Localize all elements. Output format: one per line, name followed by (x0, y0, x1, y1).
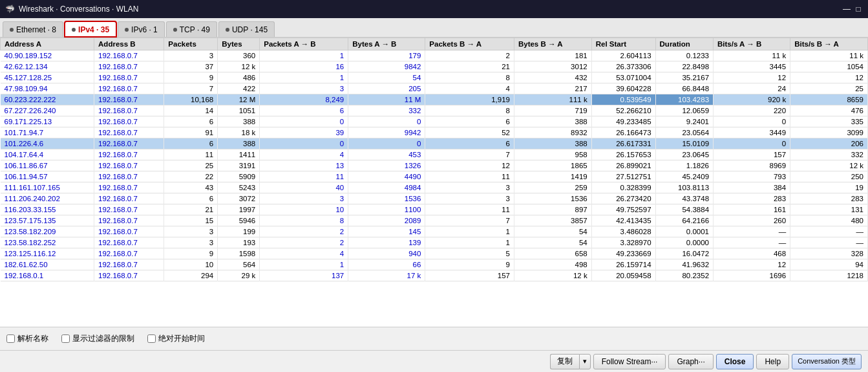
cell-5: 9842 (348, 61, 425, 72)
tab-ethernet[interactable]: Ethernet · 8 (3, 21, 63, 37)
maximize-button[interactable]: □ (854, 5, 863, 14)
col-header-address-b: Address B (94, 38, 164, 50)
table-row[interactable]: 67.227.226.240192.168.0.7141051633287195… (1, 105, 868, 116)
table-row[interactable]: 123.57.175.135192.168.0.7155946820897385… (1, 215, 868, 226)
cell-0: 106.11.94.57 (1, 171, 94, 182)
table-row[interactable]: 123.58.182.209192.168.0.7319921451543.48… (1, 226, 868, 237)
cell-5: 66 (348, 259, 425, 270)
cell-7: 8932 (514, 127, 591, 138)
checkbox-label-2[interactable]: 绝对开始时间 (147, 333, 205, 344)
cell-8: 3.328970 (591, 237, 655, 248)
cell-5: 0 (348, 116, 425, 127)
cell-0: 111.161.107.165 (1, 182, 94, 193)
copy-button[interactable]: 复制 (550, 354, 579, 369)
cell-8: 52.266210 (591, 105, 655, 116)
table-row[interactable]: 40.90.189.152192.168.0.73360117921812.60… (1, 50, 868, 61)
cell-9: 66.8448 (655, 83, 713, 94)
close-button[interactable]: Close (716, 354, 754, 369)
cell-5: 4984 (348, 182, 425, 193)
cell-9: 64.2166 (655, 215, 713, 226)
cell-11: 206 (790, 138, 868, 149)
cell-4: 16 (260, 61, 348, 72)
table-body: 40.90.189.152192.168.0.73360117921812.60… (1, 50, 868, 281)
conversation-type-button[interactable]: Conversation 类型 (792, 354, 862, 369)
cell-9: 54.3884 (655, 204, 713, 215)
cell-0: 192.168.0.1 (1, 270, 94, 281)
help-button[interactable]: Help (756, 354, 789, 369)
cell-6: 3 (425, 193, 514, 204)
cell-0: 116.203.33.155 (1, 204, 94, 215)
table-row[interactable]: 111.161.107.165192.168.0.743524340498432… (1, 182, 868, 193)
checkbox-label-1[interactable]: 显示过滤器的限制 (61, 333, 134, 344)
table-row[interactable]: 192.168.0.1192.168.0.729429 k13717 k1571… (1, 270, 868, 281)
cell-5: 139 (348, 237, 425, 248)
table-row[interactable]: 101.71.94.7192.168.0.79118 k399942528932… (1, 127, 868, 138)
cell-3: 1997 (218, 204, 260, 215)
checkbox-2[interactable] (147, 334, 156, 343)
table-row[interactable]: 123.58.182.252192.168.0.7319321391543.32… (1, 237, 868, 248)
cell-9: 9.2401 (655, 116, 713, 127)
cell-9: 80.2352 (655, 270, 713, 281)
cell-1: 192.168.0.7 (94, 116, 164, 127)
table-row[interactable]: 182.61.62.50192.168.0.710564166949826.15… (1, 259, 868, 270)
cell-4: 8,249 (260, 94, 348, 105)
graph-button[interactable]: Graph··· (668, 354, 713, 369)
tab-tcp[interactable]: TCP · 49 (166, 21, 217, 37)
cell-6: 21 (425, 61, 514, 72)
follow-stream-button[interactable]: Follow Stream··· (593, 354, 666, 369)
cell-1: 192.168.0.7 (94, 61, 164, 72)
table-row[interactable]: 104.17.64.4192.168.0.71114114453795826.1… (1, 149, 868, 160)
table-row[interactable]: 106.11.86.67192.168.0.725319113132612186… (1, 160, 868, 171)
col-header-packets: Packets (164, 38, 218, 50)
table-row[interactable]: 116.203.33.155192.168.0.7211997101100118… (1, 204, 868, 215)
cell-6: 11 (425, 204, 514, 215)
cell-8: 26.273420 (591, 193, 655, 204)
table-row[interactable]: 42.62.12.134192.168.0.73712 k16984221301… (1, 61, 868, 72)
cell-6: 6 (425, 138, 514, 149)
table-row[interactable]: 111.206.240.202192.168.0.763072315363153… (1, 193, 868, 204)
tab-ipv6[interactable]: IPv6 · 1 (118, 21, 165, 37)
cell-1: 192.168.0.7 (94, 127, 164, 138)
cell-4: 8 (260, 215, 348, 226)
cell-6: 52 (425, 127, 514, 138)
cell-2: 37 (164, 61, 218, 72)
table-row[interactable]: 45.127.128.25192.168.0.79486154843253.07… (1, 72, 868, 83)
cell-4: 1 (260, 72, 348, 83)
cell-1: 192.168.0.7 (94, 215, 164, 226)
table-row[interactable]: 123.125.116.12192.168.0.7915984940565849… (1, 248, 868, 259)
cell-7: 388 (514, 116, 591, 127)
cell-11: 1054 (790, 61, 868, 72)
cell-9: 0.0000 (655, 237, 713, 248)
minimize-button[interactable]: — (842, 5, 851, 14)
cell-4: 39 (260, 127, 348, 138)
cell-6: 157 (425, 270, 514, 281)
cell-3: 564 (218, 259, 260, 270)
checkbox-label-0[interactable]: 解析名称 (6, 333, 48, 344)
table-row[interactable]: 69.171.225.13192.168.0.7638800638849.233… (1, 116, 868, 127)
tab-ipv4[interactable]: IPv4 · 35 (65, 21, 116, 37)
copy-dropdown-arrow[interactable]: ▾ (579, 354, 591, 369)
table-row[interactable]: 106.11.94.57192.168.0.722590911449011141… (1, 171, 868, 182)
cell-2: 3 (164, 226, 218, 237)
cell-3: 1598 (218, 248, 260, 259)
cell-11: — (790, 237, 868, 248)
cell-11: 19 (790, 182, 868, 193)
cell-0: 47.98.109.94 (1, 83, 94, 94)
cell-4: 3 (260, 83, 348, 94)
cell-10: 220 (714, 105, 790, 116)
cell-4: 2 (260, 226, 348, 237)
cell-5: 11 M (348, 94, 425, 105)
table-row[interactable]: 47.98.109.94192.168.0.774223205421739.60… (1, 83, 868, 94)
tab-udp[interactable]: UDP · 145 (218, 21, 275, 37)
table-container[interactable]: Address AAddress BPacketsBytesPackets A … (0, 38, 868, 327)
checkbox-0[interactable] (6, 334, 15, 343)
cell-6: 5 (425, 248, 514, 259)
checkbox-1[interactable] (61, 334, 70, 343)
cell-10: — (714, 237, 790, 248)
col-header-bits-s-b---a: Bits/s B → A (790, 38, 868, 50)
cell-9: 103.4283 (655, 94, 713, 105)
cell-0: 101.71.94.7 (1, 127, 94, 138)
cell-7: 259 (514, 182, 591, 193)
table-row[interactable]: 60.223.222.222192.168.0.710,16812 M8,249… (1, 94, 868, 105)
table-row[interactable]: 101.226.4.6192.168.0.7638800638826.61733… (1, 138, 868, 149)
